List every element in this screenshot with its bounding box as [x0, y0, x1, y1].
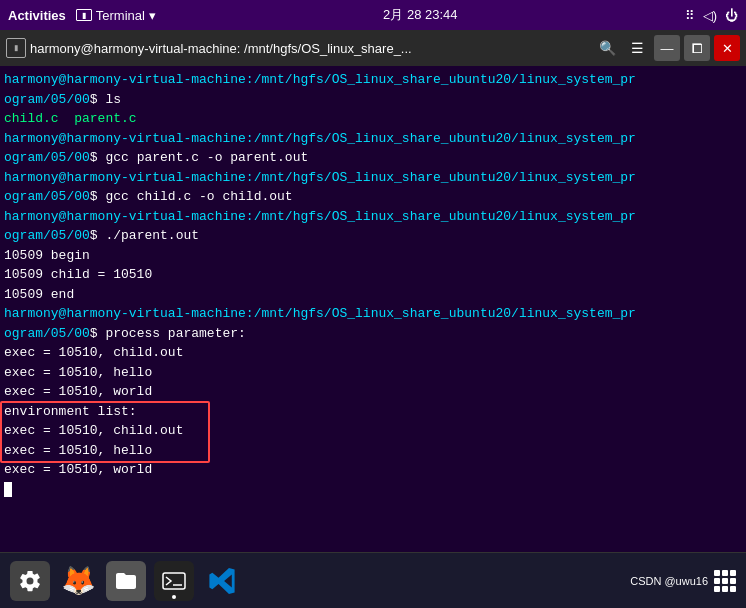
- terminal-line: harmony@harmony-virtual-machine:/mnt/hgf…: [4, 129, 742, 168]
- vscode-icon[interactable]: [202, 561, 242, 601]
- window-controls: 🔍 ☰ — ⧠ ✕: [594, 35, 740, 61]
- prompt-dollar: $ gcc parent.c -o parent.out: [90, 150, 308, 165]
- terminal-line: harmony@harmony-virtual-machine:/mnt/hgf…: [4, 168, 742, 207]
- terminal-line: 10509 begin: [4, 246, 742, 266]
- chevron-icon: ▾: [149, 8, 156, 23]
- firefox-icon[interactable]: 🦊: [58, 561, 98, 601]
- terminal-content: harmony@harmony-virtual-machine:/mnt/hgf…: [0, 66, 746, 552]
- window-icon: ▮: [6, 38, 26, 58]
- grid-icon: [714, 570, 736, 592]
- ls-output: child.c parent.c: [4, 111, 137, 126]
- terminal-line: 10509 end: [4, 285, 742, 305]
- active-dot: [172, 595, 176, 599]
- files-icon[interactable]: [106, 561, 146, 601]
- terminal-line: exec = 10510, child.out: [4, 343, 742, 363]
- taskbar-icons: 🦊: [10, 561, 242, 601]
- taskbar-right: CSDN @uwu16: [630, 570, 736, 592]
- prompt-dollar: $ process parameter:: [90, 326, 246, 341]
- volume-icon: ◁): [703, 8, 717, 23]
- minimize-button[interactable]: —: [654, 35, 680, 61]
- settings-icon[interactable]: [10, 561, 50, 601]
- cursor-line: [4, 480, 742, 500]
- prompt-dollar: $ ls: [90, 92, 121, 107]
- terminal-line: 10509 child = 10510: [4, 265, 742, 285]
- terminal-line: harmony@harmony-virtual-machine:/mnt/hgf…: [4, 70, 742, 109]
- cursor: [4, 482, 12, 497]
- terminal-taskbar-button[interactable]: ▮ Terminal ▾: [76, 8, 156, 23]
- datetime-label: 2月 28 23:44: [383, 6, 457, 24]
- menu-button[interactable]: ☰: [624, 35, 650, 61]
- svg-rect-0: [163, 573, 185, 589]
- network-icon: ⠿: [685, 8, 695, 23]
- csdn-label: CSDN @uwu16: [630, 575, 708, 587]
- prompt-dollar: $ gcc child.c -o child.out: [90, 189, 293, 204]
- terminal-icon: ▮: [76, 9, 92, 21]
- terminal-taskbar-icon[interactable]: [154, 561, 194, 601]
- terminal-label: Terminal: [96, 8, 145, 23]
- terminal-highlighted-line: exec = 10510, hello: [4, 441, 742, 461]
- window-title-bar: ▮ harmony@harmony-virtual-machine: /mnt/…: [0, 30, 746, 66]
- prompt-dollar: $ ./parent.out: [90, 228, 199, 243]
- search-button[interactable]: 🔍: [594, 35, 620, 61]
- terminal-highlighted-line: exec = 10510, child.out: [4, 421, 742, 441]
- window-title: harmony@harmony-virtual-machine: /mnt/hg…: [30, 41, 590, 56]
- taskbar: 🦊 CSDN @uwu16: [0, 552, 746, 608]
- terminal-line: harmony@harmony-virtual-machine:/mnt/hgf…: [4, 304, 742, 343]
- system-bar: Activities ▮ Terminal ▾ 2月 28 23:44 ⠿ ◁)…: [0, 0, 746, 30]
- terminal-highlighted-line: exec = 10510, world: [4, 460, 742, 480]
- maximize-button[interactable]: ⧠: [684, 35, 710, 61]
- sys-bar-center: 2月 28 23:44: [383, 6, 457, 24]
- activities-button[interactable]: Activities: [8, 8, 66, 23]
- terminal-line: exec = 10510, world: [4, 382, 742, 402]
- terminal-line: exec = 10510, hello: [4, 363, 742, 383]
- terminal-line: child.c parent.c: [4, 109, 742, 129]
- close-button[interactable]: ✕: [714, 35, 740, 61]
- terminal-line: environment list:: [4, 402, 742, 422]
- sys-bar-left: Activities ▮ Terminal ▾: [8, 8, 156, 23]
- sys-bar-right: ⠿ ◁) ⏻: [685, 8, 738, 23]
- terminal-line: harmony@harmony-virtual-machine:/mnt/hgf…: [4, 207, 742, 246]
- power-icon: ⏻: [725, 8, 738, 23]
